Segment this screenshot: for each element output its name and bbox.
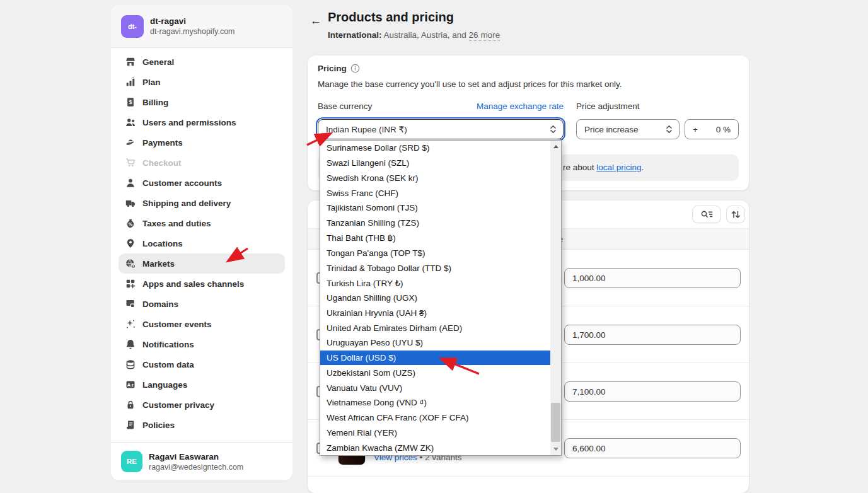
- sidebar-item-customer-accounts[interactable]: Customer accounts: [119, 173, 285, 193]
- sort-button[interactable]: [726, 206, 745, 223]
- user-email: ragavi@wedesigntech.com: [149, 462, 243, 472]
- user-footer: RE Ragavi Easwaran ragavi@wedesigntech.c…: [111, 442, 292, 480]
- sidebar-item-languages[interactable]: Languages: [119, 374, 285, 395]
- scroll-down-button[interactable]: [550, 444, 561, 455]
- market-name-label: International:: [328, 30, 382, 40]
- currency-option[interactable]: Swazi Lilangeni (SZL): [320, 156, 550, 171]
- base-currency-value: Indian Rupee (INR ₹): [326, 124, 407, 134]
- price-input[interactable]: [564, 268, 741, 288]
- currency-option[interactable]: Ugandan Shilling (UGX): [320, 291, 550, 306]
- store-avatar: dt-: [121, 15, 144, 38]
- price-input[interactable]: [564, 438, 741, 458]
- sidebar-item-general[interactable]: General: [119, 52, 285, 72]
- currency-option[interactable]: Tongan Pa'anga (TOP T$): [320, 245, 550, 260]
- back-button[interactable]: ←: [306, 11, 325, 30]
- more-countries-link[interactable]: 26 more: [469, 30, 501, 41]
- policy-icon: [125, 419, 136, 431]
- sidebar-item-label: Policies: [142, 420, 175, 430]
- currency-option[interactable]: Vietnamese Dong (VND ₫): [320, 395, 550, 410]
- currency-option[interactable]: Surinamese Dollar (SRD $): [320, 141, 550, 156]
- currency-option[interactable]: West African CFA Franc (XOF F CFA): [320, 410, 550, 426]
- page-subtitle: International: Australia, Austria, and 2…: [328, 30, 500, 40]
- sidebar-item-label: Markets: [142, 259, 175, 269]
- taxes-icon: [125, 218, 136, 229]
- database-icon: [125, 359, 136, 370]
- payments-icon: [125, 137, 136, 148]
- sidebar-item-label: Apps and sales channels: [142, 279, 244, 289]
- currency-option[interactable]: Thai Baht (THB ฿): [320, 231, 550, 246]
- spark-icon: [125, 318, 136, 330]
- sidebar-item-label: Domains: [142, 299, 178, 309]
- currency-option[interactable]: Zambian Kwacha (ZMW ZK): [320, 440, 550, 455]
- user-avatar: RE: [121, 451, 142, 472]
- search-filter-button[interactable]: [692, 206, 721, 223]
- currency-option[interactable]: United Arab Emirates Dirham (AED): [320, 320, 550, 335]
- currency-option[interactable]: Ukrainian Hryvnia (UAH ₴): [320, 305, 550, 320]
- adjustment-value: 0 %: [716, 125, 731, 134]
- local-pricing-link[interactable]: local pricing: [596, 163, 641, 172]
- sidebar-item-label: Customer events: [142, 320, 212, 329]
- sidebar-item-label: Billing: [142, 98, 168, 107]
- bell-icon: [125, 339, 136, 350]
- sidebar-item-customer-privacy[interactable]: Customer privacy: [119, 395, 285, 415]
- sidebar-item-domains[interactable]: Domains: [119, 294, 285, 314]
- currency-option[interactable]: Uzbekistani Som (UZS): [320, 365, 550, 380]
- currency-option-list: Surinamese Dollar (SRD $)Swazi Lilangeni…: [320, 141, 550, 455]
- sidebar-item-custom-data[interactable]: Custom data: [119, 354, 285, 374]
- sidebar-item-locations[interactable]: Locations: [119, 233, 285, 253]
- sidebar-item-billing[interactable]: Billing: [119, 92, 285, 112]
- sidebar-item-label: Locations: [142, 239, 183, 248]
- sidebar-item-checkout[interactable]: Checkout: [119, 153, 285, 173]
- info-icon[interactable]: [350, 64, 360, 73]
- currency-option[interactable]: Swedish Krona (SEK kr): [320, 171, 550, 186]
- store-icon: [125, 56, 136, 67]
- cart-icon: [125, 157, 136, 168]
- currency-option[interactable]: Trinidad & Tobago Dollar (TTD $): [320, 260, 550, 276]
- manage-exchange-rate-link[interactable]: Manage exchange rate: [477, 102, 564, 111]
- sidebar-item-apps-and-sales-channels[interactable]: Apps and sales channels: [119, 274, 285, 294]
- currency-option[interactable]: Uruguayan Peso (UYU $): [320, 335, 550, 351]
- sidebar-item-policies[interactable]: Policies: [119, 415, 285, 435]
- currency-option[interactable]: Tanzanian Shilling (TZS): [320, 216, 550, 231]
- sidebar-item-label: Plan: [142, 78, 161, 87]
- person-icon: [125, 177, 136, 188]
- sidebar-item-label: Shipping and delivery: [142, 199, 231, 208]
- price-input[interactable]: [564, 381, 741, 402]
- chart-icon: [125, 76, 136, 88]
- currency-option[interactable]: Vanuatu Vatu (VUV): [320, 380, 550, 395]
- sidebar-item-shipping-and-delivery[interactable]: Shipping and delivery: [119, 193, 285, 213]
- currency-option[interactable]: Turkish Lira (TRY ₺): [320, 276, 550, 291]
- sidebar-item-users-and-permissions[interactable]: Users and permissions: [119, 112, 285, 132]
- sidebar-item-taxes-and-duties[interactable]: Taxes and duties: [119, 213, 285, 233]
- price-input[interactable]: [564, 325, 741, 345]
- currency-option[interactable]: Swiss Franc (CHF): [320, 185, 550, 200]
- settings-sidebar: dt- dt-ragavi dt-ragavi.myshopify.com Ge…: [111, 5, 292, 480]
- sidebar-item-plan[interactable]: Plan: [119, 72, 285, 92]
- currency-option-selected[interactable]: US Dollar (USD $): [320, 351, 550, 366]
- adjustment-percent-input[interactable]: + 0 %: [685, 119, 739, 139]
- users-icon: [125, 117, 136, 128]
- currency-option[interactable]: Tajikistani Somoni (TJS): [320, 200, 550, 216]
- sidebar-item-label: Custom data: [142, 360, 194, 369]
- sidebar-item-payments[interactable]: Payments: [119, 132, 285, 153]
- language-icon: [125, 379, 136, 390]
- scrollbar-thumb[interactable]: [551, 403, 560, 442]
- billing-icon: [125, 96, 136, 108]
- sidebar-item-customer-events[interactable]: Customer events: [119, 314, 285, 334]
- adjustment-type-select[interactable]: Price increase: [576, 119, 680, 139]
- currency-dropdown: Surinamese Dollar (SRD $)Swazi Lilangeni…: [320, 140, 562, 456]
- adjustment-sign: +: [693, 125, 698, 134]
- sidebar-item-label: Checkout: [142, 158, 182, 168]
- triangle-down-icon: [553, 448, 558, 451]
- dropdown-scrollbar[interactable]: [550, 141, 561, 455]
- store-domain: dt-ragavi.myshopify.com: [150, 26, 235, 37]
- base-currency-select[interactable]: Indian Rupee (INR ₹): [318, 119, 564, 139]
- page-title: Products and pricing: [328, 10, 454, 25]
- banner-text-fragment: re about local pricing.: [563, 163, 644, 172]
- currency-option[interactable]: Yemeni Rial (YER): [320, 426, 550, 441]
- apps-icon: [125, 278, 136, 289]
- scroll-up-button[interactable]: [550, 141, 561, 152]
- sidebar-item-notifications[interactable]: Notifications: [119, 334, 285, 354]
- store-name: dt-ragavi: [150, 16, 235, 26]
- sidebar-item-markets[interactable]: Markets: [119, 253, 285, 274]
